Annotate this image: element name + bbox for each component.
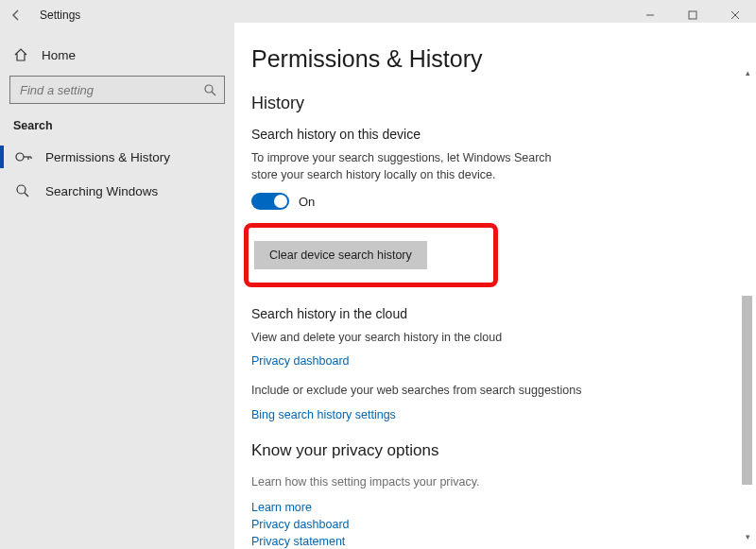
- include-exclude-body: Include or exclude your web searches fro…: [251, 382, 610, 399]
- scrollbar-track[interactable]: [742, 79, 752, 530]
- cloud-history-body: View and delete your search history in t…: [251, 329, 573, 346]
- main-panel: Permissions & History History Search his…: [234, 23, 756, 549]
- sidebar-item-label: Searching Windows: [45, 184, 158, 198]
- device-history-body: To improve your search suggestions, let …: [251, 149, 573, 183]
- window-title: Settings: [40, 9, 80, 22]
- privacy-dashboard-link-2[interactable]: Privacy dashboard: [251, 518, 350, 531]
- device-history-heading: Search history on this device: [251, 127, 728, 142]
- home-label: Home: [42, 48, 76, 62]
- search-input[interactable]: [18, 82, 203, 98]
- find-setting-search[interactable]: [9, 76, 225, 104]
- privacy-options-heading: Know your privacy options: [251, 441, 728, 460]
- privacy-dashboard-link[interactable]: Privacy dashboard: [251, 354, 350, 368]
- privacy-statement-link[interactable]: Privacy statement: [251, 535, 345, 548]
- sidebar-item-permissions-history[interactable]: Permissions & History: [8, 140, 227, 174]
- svg-line-5: [212, 92, 215, 95]
- sidebar-item-label: Permissions & History: [45, 150, 170, 164]
- minimize-icon: [645, 10, 655, 20]
- scroll-up-arrow[interactable]: ▴: [741, 66, 754, 79]
- scroll-down-arrow[interactable]: ▾: [741, 530, 754, 543]
- close-icon: [730, 10, 740, 20]
- sidebar-section-label: Search: [8, 119, 227, 140]
- maximize-icon: [688, 10, 697, 20]
- privacy-options-body: Learn how this setting impacts your priv…: [251, 473, 573, 490]
- device-history-toggle[interactable]: [251, 193, 289, 210]
- sidebar-item-searching-windows[interactable]: Searching Windows: [8, 174, 227, 208]
- page-title: Permissions & History: [251, 45, 728, 73]
- search-icon: [203, 83, 216, 96]
- svg-point-6: [16, 153, 24, 161]
- permissions-icon: [15, 149, 32, 164]
- home-icon: [13, 47, 30, 62]
- cloud-history-heading: Search history in the cloud: [251, 306, 728, 321]
- back-button[interactable]: [9, 9, 32, 22]
- learn-more-link[interactable]: Learn more: [251, 501, 312, 514]
- back-arrow-icon: [9, 9, 23, 22]
- vertical-scrollbar[interactable]: ▴ ▾: [741, 66, 754, 543]
- clear-device-history-button[interactable]: Clear device search history: [254, 241, 427, 269]
- scrollbar-thumb[interactable]: [742, 296, 752, 485]
- device-history-toggle-row: On: [251, 193, 728, 210]
- svg-point-4: [205, 85, 213, 93]
- svg-line-11: [25, 193, 28, 197]
- search-icon: [15, 183, 32, 198]
- annotation-highlight: Clear device search history: [244, 223, 498, 287]
- svg-rect-1: [689, 11, 696, 19]
- bing-history-link[interactable]: Bing search history settings: [251, 408, 396, 421]
- toggle-state-label: On: [299, 195, 315, 209]
- content-scroll: Permissions & History History Search his…: [234, 23, 756, 549]
- sidebar: Home Search Permissions & History Search…: [0, 30, 234, 549]
- home-nav[interactable]: Home: [8, 42, 227, 76]
- svg-point-10: [17, 185, 26, 194]
- history-heading: History: [251, 94, 728, 113]
